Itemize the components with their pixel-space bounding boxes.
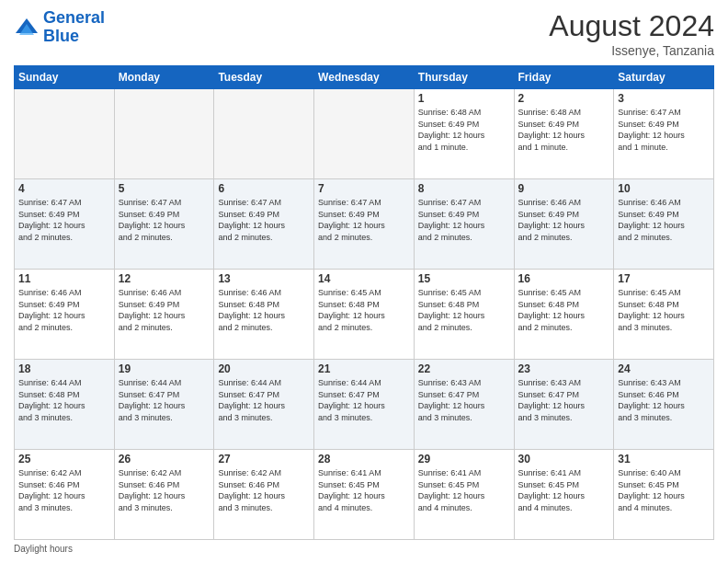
header: General Blue August 2024 Issenye, Tanzan… xyxy=(14,9,714,58)
day-info: Sunrise: 6:41 AM Sunset: 6:45 PM Dayligh… xyxy=(318,467,410,513)
calendar-cell: 6Sunrise: 6:47 AM Sunset: 6:49 PM Daylig… xyxy=(214,179,314,270)
day-number: 6 xyxy=(218,182,310,195)
day-info: Sunrise: 6:45 AM Sunset: 6:48 PM Dayligh… xyxy=(618,287,710,333)
day-number: 12 xyxy=(119,272,210,285)
day-number: 5 xyxy=(119,182,210,195)
day-number: 15 xyxy=(418,272,510,285)
month-title: August 2024 xyxy=(549,9,714,43)
calendar-week-row: 18Sunrise: 6:44 AM Sunset: 6:48 PM Dayli… xyxy=(15,360,714,450)
daylight-label: Daylight hours xyxy=(14,544,73,554)
day-number: 9 xyxy=(518,182,610,195)
calendar-cell: 10Sunrise: 6:46 AM Sunset: 6:49 PM Dayli… xyxy=(614,179,714,270)
logo: General Blue xyxy=(14,9,105,46)
day-number: 14 xyxy=(318,272,410,285)
day-number: 22 xyxy=(418,362,510,375)
day-number: 7 xyxy=(318,182,410,195)
calendar-header-row: SundayMondayTuesdayWednesdayThursdayFrid… xyxy=(15,66,714,89)
calendar-cell: 21Sunrise: 6:44 AM Sunset: 6:47 PM Dayli… xyxy=(314,360,415,450)
day-number: 19 xyxy=(119,362,210,375)
day-number: 11 xyxy=(18,272,110,285)
day-number: 30 xyxy=(518,453,610,465)
day-info: Sunrise: 6:44 AM Sunset: 6:47 PM Dayligh… xyxy=(119,377,210,423)
logo-icon xyxy=(14,15,40,40)
day-info: Sunrise: 6:41 AM Sunset: 6:45 PM Dayligh… xyxy=(418,467,510,513)
day-info: Sunrise: 6:48 AM Sunset: 6:49 PM Dayligh… xyxy=(518,107,610,153)
day-info: Sunrise: 6:45 AM Sunset: 6:48 PM Dayligh… xyxy=(518,287,610,333)
col-header-thursday: Thursday xyxy=(414,66,514,89)
day-info: Sunrise: 6:43 AM Sunset: 6:46 PM Dayligh… xyxy=(618,377,710,423)
day-info: Sunrise: 6:47 AM Sunset: 6:49 PM Dayligh… xyxy=(618,107,710,153)
calendar-cell: 7Sunrise: 6:47 AM Sunset: 6:49 PM Daylig… xyxy=(314,179,415,270)
day-info: Sunrise: 6:48 AM Sunset: 6:49 PM Dayligh… xyxy=(418,107,510,153)
calendar-cell: 28Sunrise: 6:41 AM Sunset: 6:45 PM Dayli… xyxy=(314,450,415,540)
calendar-cell: 1Sunrise: 6:48 AM Sunset: 6:49 PM Daylig… xyxy=(414,89,514,179)
day-info: Sunrise: 6:41 AM Sunset: 6:45 PM Dayligh… xyxy=(518,467,610,513)
calendar-cell: 22Sunrise: 6:43 AM Sunset: 6:47 PM Dayli… xyxy=(414,360,514,450)
logo-line1: General xyxy=(43,8,105,27)
calendar-cell xyxy=(314,89,415,179)
day-info: Sunrise: 6:46 AM Sunset: 6:49 PM Dayligh… xyxy=(18,287,110,333)
day-info: Sunrise: 6:46 AM Sunset: 6:48 PM Dayligh… xyxy=(218,287,310,333)
day-number: 18 xyxy=(18,362,110,375)
calendar-cell: 13Sunrise: 6:46 AM Sunset: 6:48 PM Dayli… xyxy=(214,270,314,360)
calendar-cell: 27Sunrise: 6:42 AM Sunset: 6:46 PM Dayli… xyxy=(214,450,314,540)
day-number: 8 xyxy=(418,182,510,195)
day-info: Sunrise: 6:42 AM Sunset: 6:46 PM Dayligh… xyxy=(119,467,210,513)
calendar-week-row: 1Sunrise: 6:48 AM Sunset: 6:49 PM Daylig… xyxy=(15,89,714,179)
day-info: Sunrise: 6:44 AM Sunset: 6:47 PM Dayligh… xyxy=(218,377,310,423)
logo-line2: Blue xyxy=(43,27,79,45)
col-header-sunday: Sunday xyxy=(15,66,115,89)
calendar-cell xyxy=(15,89,115,179)
day-info: Sunrise: 6:46 AM Sunset: 6:49 PM Dayligh… xyxy=(518,197,610,243)
calendar-cell xyxy=(214,89,314,179)
day-info: Sunrise: 6:45 AM Sunset: 6:48 PM Dayligh… xyxy=(318,287,410,333)
calendar-cell: 11Sunrise: 6:46 AM Sunset: 6:49 PM Dayli… xyxy=(15,270,115,360)
day-number: 2 xyxy=(518,92,610,105)
title-block: August 2024 Issenye, Tanzania xyxy=(549,9,714,58)
calendar-cell xyxy=(114,89,214,179)
day-number: 28 xyxy=(318,453,410,465)
day-info: Sunrise: 6:47 AM Sunset: 6:49 PM Dayligh… xyxy=(119,197,210,243)
day-number: 29 xyxy=(418,453,510,465)
calendar-cell: 2Sunrise: 6:48 AM Sunset: 6:49 PM Daylig… xyxy=(514,89,614,179)
calendar-cell: 5Sunrise: 6:47 AM Sunset: 6:49 PM Daylig… xyxy=(114,179,214,270)
day-number: 3 xyxy=(618,92,710,105)
day-number: 13 xyxy=(218,272,310,285)
calendar-cell: 31Sunrise: 6:40 AM Sunset: 6:45 PM Dayli… xyxy=(614,450,714,540)
day-info: Sunrise: 6:47 AM Sunset: 6:49 PM Dayligh… xyxy=(218,197,310,243)
day-info: Sunrise: 6:47 AM Sunset: 6:49 PM Dayligh… xyxy=(18,197,110,243)
day-info: Sunrise: 6:42 AM Sunset: 6:46 PM Dayligh… xyxy=(218,467,310,513)
calendar-cell: 12Sunrise: 6:46 AM Sunset: 6:49 PM Dayli… xyxy=(114,270,214,360)
calendar-week-row: 25Sunrise: 6:42 AM Sunset: 6:46 PM Dayli… xyxy=(15,450,714,540)
footer: Daylight hours xyxy=(14,544,714,554)
day-info: Sunrise: 6:45 AM Sunset: 6:48 PM Dayligh… xyxy=(418,287,510,333)
day-number: 25 xyxy=(18,453,110,465)
day-number: 10 xyxy=(618,182,710,195)
calendar-cell: 19Sunrise: 6:44 AM Sunset: 6:47 PM Dayli… xyxy=(114,360,214,450)
day-info: Sunrise: 6:43 AM Sunset: 6:47 PM Dayligh… xyxy=(518,377,610,423)
logo-text: General Blue xyxy=(43,9,105,46)
calendar-week-row: 11Sunrise: 6:46 AM Sunset: 6:49 PM Dayli… xyxy=(15,270,714,360)
calendar-cell: 14Sunrise: 6:45 AM Sunset: 6:48 PM Dayli… xyxy=(314,270,415,360)
day-number: 24 xyxy=(618,362,710,375)
day-number: 1 xyxy=(418,92,510,105)
location: Issenye, Tanzania xyxy=(549,43,714,58)
calendar-cell: 3Sunrise: 6:47 AM Sunset: 6:49 PM Daylig… xyxy=(614,89,714,179)
day-info: Sunrise: 6:47 AM Sunset: 6:49 PM Dayligh… xyxy=(318,197,410,243)
calendar-cell: 4Sunrise: 6:47 AM Sunset: 6:49 PM Daylig… xyxy=(15,179,115,270)
page: General Blue August 2024 Issenye, Tanzan… xyxy=(0,0,728,563)
day-number: 27 xyxy=(218,453,310,465)
col-header-monday: Monday xyxy=(114,66,214,89)
day-info: Sunrise: 6:44 AM Sunset: 6:48 PM Dayligh… xyxy=(18,377,110,423)
day-number: 21 xyxy=(318,362,410,375)
day-info: Sunrise: 6:43 AM Sunset: 6:47 PM Dayligh… xyxy=(418,377,510,423)
calendar-cell: 20Sunrise: 6:44 AM Sunset: 6:47 PM Dayli… xyxy=(214,360,314,450)
day-info: Sunrise: 6:40 AM Sunset: 6:45 PM Dayligh… xyxy=(618,467,710,513)
day-number: 16 xyxy=(518,272,610,285)
day-number: 26 xyxy=(119,453,210,465)
calendar-cell: 26Sunrise: 6:42 AM Sunset: 6:46 PM Dayli… xyxy=(114,450,214,540)
col-header-tuesday: Tuesday xyxy=(214,66,314,89)
calendar-cell: 15Sunrise: 6:45 AM Sunset: 6:48 PM Dayli… xyxy=(414,270,514,360)
calendar-cell: 9Sunrise: 6:46 AM Sunset: 6:49 PM Daylig… xyxy=(514,179,614,270)
day-info: Sunrise: 6:44 AM Sunset: 6:47 PM Dayligh… xyxy=(318,377,410,423)
